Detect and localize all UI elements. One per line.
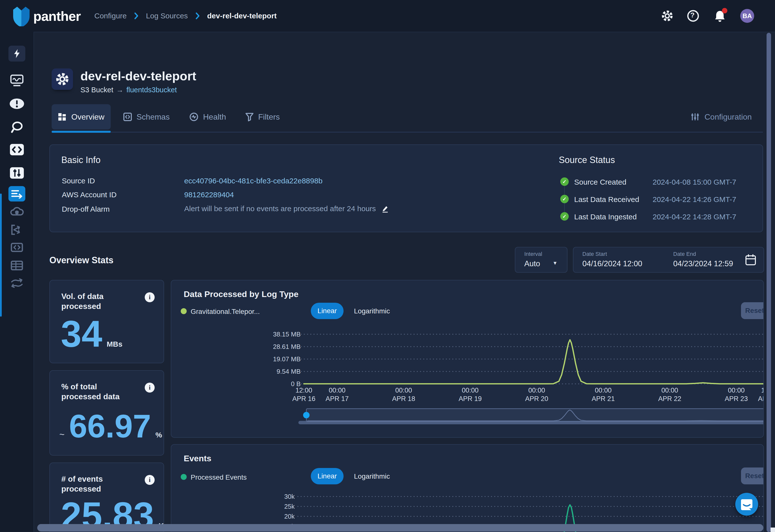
tab-schemas[interactable]: Schemas	[123, 104, 169, 130]
vertical-scrollbar[interactable]	[767, 33, 771, 532]
interval-select[interactable]: Interval Auto ▼	[515, 247, 568, 273]
chevron-right-icon	[134, 12, 138, 20]
events-plot[interactable]: 30k25k20k15k	[171, 445, 763, 532]
tabs-divider	[52, 132, 763, 133]
svg-text:00:00: 00:00	[462, 387, 479, 394]
settings-gear-icon[interactable]	[660, 9, 674, 23]
search-icon	[10, 120, 24, 134]
svg-text:APR 18: APR 18	[392, 395, 415, 402]
info-icon[interactable]: i	[145, 475, 155, 485]
notifications-bell-icon[interactable]	[713, 9, 727, 23]
alert-oval-icon	[9, 98, 25, 110]
source-status-heading: Source Status	[559, 155, 615, 165]
code-box-icon	[10, 242, 23, 252]
svg-text:APR 19: APR 19	[459, 395, 482, 402]
app-root: panther Configure Log Sources dev-rel-de…	[0, 0, 775, 532]
sidebar-item-data-export[interactable]	[8, 222, 25, 237]
tab-filters[interactable]: Filters	[245, 104, 280, 130]
sidebar-item-lightning[interactable]	[8, 46, 25, 62]
stat-volume-title: Vol. of data processed	[61, 291, 138, 311]
source-subtitle: S3 Bucket → fluentds3bucket	[80, 86, 177, 94]
svg-text:00:00: 00:00	[728, 387, 745, 394]
sidebar-item-cloud-security[interactable]	[8, 204, 25, 219]
last-data-received-label: Last Data Received	[574, 195, 639, 204]
date-start-value[interactable]: 04/16/2024 12:00	[582, 259, 642, 268]
source-id-label: Source ID	[62, 177, 95, 185]
aws-account-id-value[interactable]: 981262289404	[184, 191, 234, 199]
configuration-sliders-icon	[691, 112, 700, 121]
svg-text:38.15 MB: 38.15 MB	[273, 331, 300, 338]
stat-volume-value-row: 34 MBs	[61, 315, 122, 352]
stat-events-title: # of events processed	[61, 474, 138, 494]
calendar-icon[interactable]	[745, 254, 756, 266]
info-glyph: i	[149, 476, 151, 483]
sidebar-item-pipeline[interactable]	[8, 276, 25, 290]
aws-account-id-label: AWS Account ID	[62, 191, 117, 199]
stat-card-volume: Vol. of data processed i 34 MBs	[49, 280, 164, 363]
basic-info-heading: Basic Info	[61, 155, 100, 165]
info-glyph: i	[149, 384, 151, 391]
source-type-label: S3 Bucket	[80, 86, 113, 94]
brand-name[interactable]: panther	[33, 8, 81, 24]
breadcrumb-log-sources[interactable]: Log Sources	[146, 12, 188, 20]
sidebar-item-alerts[interactable]	[8, 96, 25, 112]
date-range-picker[interactable]: Date Start 04/16/2024 12:00 Date End 04/…	[573, 247, 764, 273]
health-pulse-icon	[189, 112, 199, 122]
sync-arrows-icon	[10, 278, 24, 288]
sidebar-item-sliders[interactable]	[10, 167, 24, 179]
tab-schemas-label: Schemas	[136, 112, 169, 122]
lightning-icon	[13, 49, 21, 59]
tab-overview-label: Overview	[71, 112, 104, 122]
chat-widget-button[interactable]	[735, 493, 758, 516]
caret-down-icon: ▼	[553, 260, 558, 266]
sidebar-item-code[interactable]	[10, 144, 24, 155]
avatar-initials: BA	[742, 12, 752, 20]
breadcrumb-configure[interactable]: Configure	[94, 12, 127, 20]
info-icon[interactable]: i	[145, 292, 155, 302]
sidebar-item-search[interactable]	[8, 119, 25, 135]
grid-icon	[58, 113, 66, 121]
date-end-value[interactable]: 04/23/2024 12:59	[673, 259, 733, 268]
gear-icon	[55, 72, 70, 87]
edit-pencil-icon[interactable]	[381, 205, 389, 213]
svg-text:APR 21: APR 21	[592, 395, 615, 402]
stat-percent-unit: %	[155, 431, 162, 439]
arrow-glyph: →	[116, 86, 123, 94]
avatar[interactable]: BA	[740, 9, 754, 23]
page-title: dev-rel-dev-teleport	[80, 69, 196, 83]
svg-text:00:00: 00:00	[395, 387, 412, 394]
horizontal-scrollbar[interactable]	[37, 524, 763, 532]
svg-text:APR 22: APR 22	[658, 395, 681, 402]
drop-off-alarm-value: Alert will be sent if no events are proc…	[184, 204, 376, 213]
svg-text:30k: 30k	[284, 493, 295, 500]
bucket-link[interactable]: fluentds3bucket	[126, 86, 177, 94]
chart-canvas: 30k25k20k15k	[171, 445, 763, 532]
data-processed-plot[interactable]: 38.15 MB28.61 MB19.07 MB9.54 MB0 B12:00A…	[171, 280, 763, 438]
last-data-ingested-label: Last Data Ingested	[574, 213, 637, 221]
check-glyph: ✓	[563, 179, 567, 185]
svg-text:APR 23: APR 23	[758, 395, 763, 402]
sliders-icon	[12, 169, 22, 177]
configuration-link[interactable]: Configuration	[691, 104, 752, 130]
status-check-icon: ✓	[560, 195, 569, 203]
sidebar-item-monitor[interactable]	[8, 72, 25, 88]
chat-bubble-icon	[740, 498, 753, 511]
check-glyph: ✓	[563, 196, 567, 202]
tab-overview[interactable]: Overview	[52, 104, 111, 130]
sidebar-item-code-box[interactable]	[8, 240, 25, 255]
sidebar-item-log-sources[interactable]	[8, 186, 25, 201]
breadcrumb: Configure Log Sources dev-rel-dev-telepo…	[94, 0, 277, 32]
svg-text:19.07 MB: 19.07 MB	[273, 355, 300, 363]
source-id-value[interactable]: ecc40796-04bc-481c-bfe3-ceda22e8898b	[184, 177, 322, 185]
table-icon	[10, 260, 23, 271]
sidebar-item-tables[interactable]	[8, 258, 25, 273]
info-icon[interactable]: i	[145, 383, 155, 393]
help-icon[interactable]: ?	[686, 9, 700, 23]
tab-health[interactable]: Health	[189, 104, 226, 130]
stat-volume-unit: MBs	[107, 340, 122, 348]
svg-text:00:00: 00:00	[329, 387, 345, 394]
code-brackets-icon	[11, 146, 22, 153]
source-type-tile	[52, 68, 73, 90]
panther-logo-icon[interactable]	[11, 5, 32, 26]
basic-info-card: Basic Info Source ID ecc40796-04bc-481c-…	[49, 144, 763, 232]
